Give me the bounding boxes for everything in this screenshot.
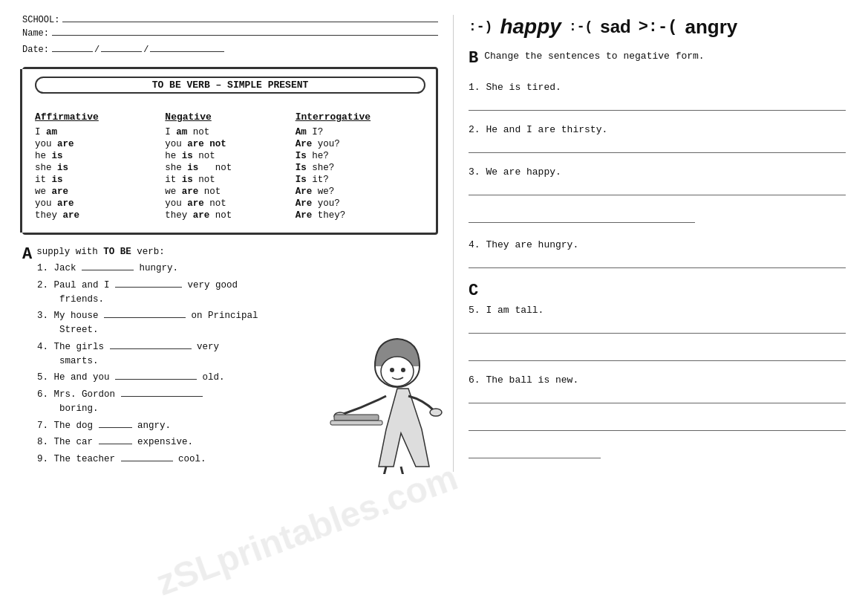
aff-row-4: she is — [35, 163, 165, 173]
date-seg-3 — [150, 51, 224, 52]
b-ex-3: 3. We are happy. — [469, 166, 846, 226]
grammar-box: TO BE VERB – SIMPLE PRESENT Affirmative … — [22, 67, 438, 235]
svg-rect-6 — [334, 415, 379, 421]
svg-point-1 — [381, 357, 414, 386]
b-q-3: 3. We are happy. — [469, 166, 846, 178]
b-ex-5: 5. I am tall. — [469, 305, 846, 361]
svg-rect-7 — [330, 421, 382, 425]
aff-row-3: he is — [35, 151, 165, 161]
section-b-instruction: Change the sentences to negative form. — [484, 49, 846, 64]
emotion-header: :-) happy :-( sad >:-( angry — [469, 15, 846, 39]
svg-point-5 — [430, 409, 442, 416]
grammar-cols: Affirmative I am you are he is she is it… — [35, 111, 425, 222]
b-ex-4: 4. They are hungry. — [469, 239, 846, 268]
sad-text: sad — [600, 16, 630, 37]
neg-row-1: I am not — [165, 127, 295, 137]
aff-row-6: we are — [35, 186, 165, 197]
neg-row-5: it is not — [165, 175, 295, 185]
neg-row-2: you are not — [165, 139, 295, 149]
int-row-1: Am I? — [296, 127, 425, 137]
section-a-label: A — [22, 247, 32, 263]
b-q-2: 2. He and I are thirsty. — [469, 124, 846, 135]
a-ex-1: 1. Jack hungry. — [37, 262, 438, 276]
affirmative-header: Affirmative — [35, 111, 165, 123]
name-underline — [52, 35, 438, 36]
b-ex-6: 6. The ball is new. — [469, 374, 846, 458]
b-ans-2a[interactable] — [469, 138, 846, 153]
aff-row-5: it is — [35, 175, 165, 185]
negative-header: Negative — [165, 111, 295, 123]
header-info: SCHOOL: Name: Date: / / — [22, 15, 438, 55]
aff-row-8: they are — [35, 210, 165, 221]
negative-col: Negative I am not you are not he is not … — [165, 111, 295, 222]
aff-row-2: you are — [35, 139, 165, 149]
student-illustration — [319, 325, 446, 467]
neg-row-4: she is not — [165, 163, 295, 173]
b-ans-3a[interactable] — [469, 181, 846, 195]
b-q-6: 6. The ball is new. — [469, 374, 846, 386]
a-blank-8[interactable] — [99, 444, 132, 444]
interrogative-header: Interrogative — [296, 111, 425, 123]
int-row-7: Are you? — [296, 198, 425, 209]
b-q-4: 4. They are hungry. — [469, 239, 846, 250]
grammar-box-title: TO BE VERB – SIMPLE PRESENT — [35, 77, 425, 94]
school-underline — [62, 22, 438, 22]
happy-text: happy — [500, 15, 561, 39]
happy-emoticon: :-) — [469, 19, 492, 34]
section-a: A supply with TO BE verb: 1. Jack hungry… — [22, 247, 438, 467]
b-ans-5a[interactable] — [469, 319, 846, 334]
a-blank-5[interactable] — [115, 379, 197, 380]
interrogative-col: Interrogative Am I? Are you? Is he? Is s… — [296, 111, 425, 222]
a-blank-4[interactable] — [110, 348, 192, 349]
aff-row-1: I am — [35, 127, 165, 137]
int-row-8: Are they? — [296, 210, 425, 221]
b-ans-4a[interactable] — [469, 253, 846, 268]
watermark: zSLprintables.com — [151, 457, 463, 604]
int-row-5: Is it? — [296, 175, 425, 185]
aff-row-7: you are — [35, 198, 165, 209]
angry-emoticon: >:-( — [639, 18, 678, 36]
section-a-header: A supply with TO BE verb: — [22, 247, 438, 257]
date-label: Date: — [22, 45, 49, 55]
school-label: SCHOOL: — [22, 15, 59, 25]
a-ex-2: 2. Paul and I very good friends. — [37, 279, 438, 307]
section-b: B Change the sentences to negative form.… — [469, 49, 846, 458]
a-blank-9[interactable] — [121, 461, 173, 461]
b-q-1: 1. She is tired. — [469, 82, 846, 93]
int-row-6: Are we? — [296, 186, 425, 197]
int-row-4: Is she? — [296, 163, 425, 173]
a-blank-6[interactable] — [121, 396, 203, 397]
date-segments: / / — [52, 45, 224, 55]
int-row-2: Are you? — [296, 139, 425, 149]
date-seg-1 — [52, 51, 93, 52]
neg-row-8: they are not — [165, 210, 295, 221]
neg-row-7: you are not — [165, 198, 295, 209]
affirmative-col: Affirmative I am you are he is she is it… — [35, 111, 165, 222]
a-blank-2[interactable] — [115, 287, 182, 288]
int-row-3: Is he? — [296, 151, 425, 161]
b-ans-6c[interactable] — [469, 444, 601, 458]
b-ans-6a[interactable] — [469, 389, 846, 403]
b-ans-3b[interactable] — [469, 208, 695, 223]
b-ex-2: 2. He and I are thirsty. — [469, 124, 846, 153]
sad-emoticon: :-( — [569, 19, 593, 34]
section-a-instruction: supply with TO BE verb: — [36, 247, 165, 257]
a-blank-7[interactable] — [99, 427, 132, 428]
name-label: Name: — [22, 28, 49, 39]
a-blank-1[interactable] — [82, 270, 134, 270]
section-b-label: B — [469, 49, 478, 68]
b-ans-5b[interactable] — [469, 346, 846, 361]
neg-row-6: we are not — [165, 186, 295, 197]
svg-point-2 — [390, 368, 394, 372]
date-seg-2 — [101, 51, 142, 52]
neg-row-3: he is not — [165, 151, 295, 161]
b-ex-1: 1. She is tired. — [469, 82, 846, 111]
a-blank-3[interactable] — [104, 317, 186, 318]
b-ans-6b[interactable] — [469, 416, 846, 431]
section-c-label: C — [469, 282, 478, 300]
b-ans-1a[interactable] — [469, 96, 846, 111]
b-q-5: 5. I am tall. — [469, 305, 846, 316]
svg-point-3 — [401, 368, 405, 372]
section-c-marker: C — [469, 282, 846, 300]
angry-text: angry — [685, 16, 737, 39]
